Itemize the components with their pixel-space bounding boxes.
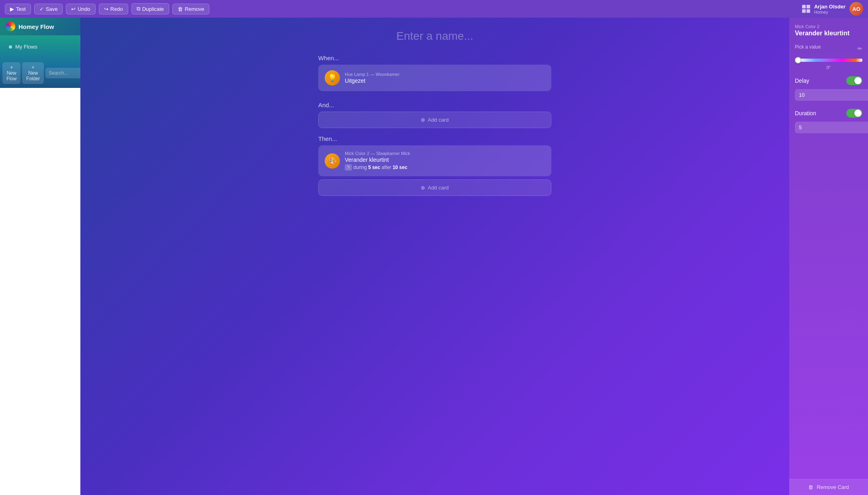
when-section: When... 💡 Hue Lamp 1 — Woonkamer Uitgeze… (318, 55, 551, 94)
panel-subtitle: Mick Color 2 (795, 24, 862, 29)
user-info: Arjan Olsder Homey AO (802, 2, 863, 16)
user-name: Arjan Olsder (814, 4, 845, 10)
plus-icon-2: ⊕ (421, 185, 425, 191)
play-icon: ▶ (10, 6, 14, 12)
new-flow-button[interactable]: + New Flow (2, 62, 20, 84)
sidebar: My Flows + New Flow + New Folder (0, 35, 80, 88)
grid-icon (802, 5, 810, 13)
trash-icon-2: 🗑 (808, 484, 813, 490)
redo-icon: ↪ (104, 6, 108, 12)
sidebar-item-label: My Flows (15, 44, 37, 50)
test-button[interactable]: ▶ Test (5, 4, 31, 14)
sidebar-footer: + New Flow + New Folder (0, 58, 80, 88)
duration-label: Duration (795, 110, 816, 116)
remove-card-button[interactable]: 🗑 Remove Card (789, 479, 868, 495)
trash-icon: 🗑 (178, 6, 183, 12)
delay-label: Delay (795, 77, 809, 84)
then-section: Then... 🎨 Mick Color 2 — Slaapkamer Mick… (318, 135, 551, 196)
then-card-tag: ? (345, 164, 352, 171)
when-card-title: Uitgezet (345, 77, 545, 84)
slider-value: 0° (795, 65, 862, 70)
save-button[interactable]: ✓ Save (34, 4, 63, 14)
duration-input[interactable] (795, 122, 868, 133)
sidebar-wrapper: Homey Flow My Flows + New Flow + New Fol… (0, 18, 80, 495)
right-panel: Mick Color 2 Verander kleurtint Pick a v… (789, 18, 868, 495)
avatar[interactable]: AO (850, 2, 863, 16)
undo-button[interactable]: ↩ Undo (66, 4, 95, 14)
then-add-card-button[interactable]: ⊕ Add card (318, 179, 551, 196)
when-card-icon: 💡 (325, 70, 340, 86)
pick-value-section: Pick a value ✏ 0° (795, 44, 862, 70)
toolbar: ▶ Test ✓ Save ↩ Undo ↪ Redo ⧉ Duplicate … (0, 0, 868, 18)
then-card-icon: 🎨 (325, 153, 340, 169)
main-layout: Homey Flow My Flows + New Flow + New Fol… (0, 18, 868, 495)
remove-button[interactable]: 🗑 Remove (172, 4, 209, 14)
and-section: And... ⊕ Add card (318, 102, 551, 128)
edit-icon[interactable]: ✏ (858, 45, 862, 52)
duration-section: Duration Seconds (795, 109, 862, 135)
user-app: Homey (814, 10, 845, 14)
app-name: Homey Flow (18, 23, 54, 30)
duplicate-button[interactable]: ⧉ Duplicate (131, 3, 169, 14)
duration-toggle[interactable] (846, 109, 862, 118)
delay-input[interactable] (795, 89, 868, 101)
new-folder-button[interactable]: + New Folder (22, 62, 44, 84)
flow-name-input[interactable] (314, 30, 555, 43)
then-card-title: Verander kleurtint (345, 157, 545, 163)
when-label: When... (318, 55, 551, 61)
pick-value-label: Pick a value (795, 44, 821, 50)
delay-section: Delay Seconds (795, 76, 862, 102)
sidebar-item-my-flows[interactable]: My Flows (2, 40, 78, 53)
then-card-subtitle: ? during 5 sec after 10 sec (345, 164, 545, 171)
then-card[interactable]: 🎨 Mick Color 2 — Slaapkamer Mick Verande… (318, 145, 551, 176)
then-label: Then... (318, 135, 551, 142)
dot-icon (9, 45, 12, 49)
when-card[interactable]: 💡 Hue Lamp 1 — Woonkamer Uitgezet (318, 65, 551, 91)
duplicate-icon: ⧉ (137, 6, 140, 12)
then-card-source: Mick Color 2 — Slaapkamer Mick (345, 151, 545, 156)
logo-icon (6, 22, 15, 31)
and-add-card-button[interactable]: ⊕ Add card (318, 112, 551, 128)
redo-button[interactable]: ↪ Redo (99, 4, 128, 14)
check-icon: ✓ (39, 6, 44, 12)
panel-title: Verander kleurtint (795, 30, 862, 37)
and-label: And... (318, 102, 551, 108)
undo-icon: ↩ (71, 6, 76, 12)
sidebar-header: Homey Flow (0, 18, 80, 35)
plus-icon: ⊕ (421, 117, 425, 123)
when-card-source: Hue Lamp 1 — Woonkamer (345, 72, 545, 77)
flow-canvas: When... 💡 Hue Lamp 1 — Woonkamer Uitgeze… (80, 18, 789, 495)
color-slider[interactable] (795, 59, 862, 62)
delay-toggle[interactable] (846, 76, 862, 85)
